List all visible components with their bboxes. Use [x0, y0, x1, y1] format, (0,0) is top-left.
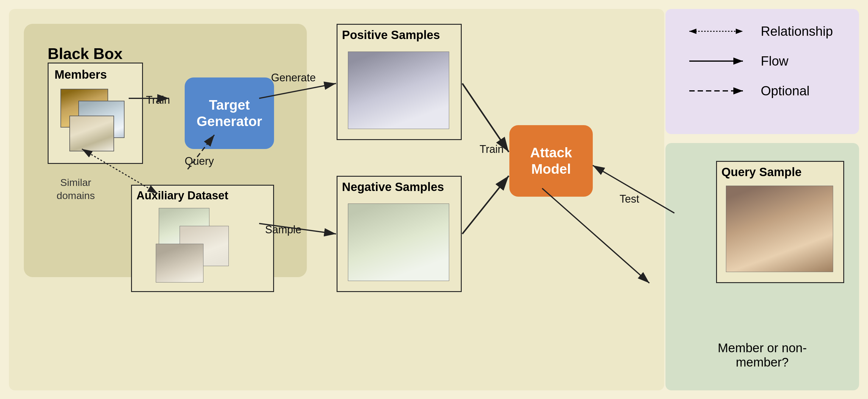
- legend-area: Relationship Flow Optional: [665, 9, 859, 134]
- query-bedroom-image: [726, 186, 833, 272]
- positive-samples-box: Positive Samples: [337, 24, 462, 140]
- positive-samples-label: Positive Samples: [342, 28, 440, 42]
- target-gen-label: Target Generator: [196, 97, 262, 130]
- positive-image: [348, 52, 449, 129]
- svg-line-9: [462, 84, 509, 152]
- black-box-region: Black Box Members Target Generator Auxil…: [24, 24, 307, 277]
- negative-image: [348, 204, 449, 281]
- legend-item-flow: Flow: [683, 54, 841, 68]
- svg-line-10: [462, 176, 509, 234]
- train-attack-arrow-label: Train: [479, 143, 504, 156]
- relationship-arrow-icon: [683, 25, 749, 37]
- attack-model-label: Attack Model: [530, 145, 572, 177]
- optional-arrow-icon: [683, 85, 749, 97]
- aux-dataset-label: Auxiliary Dataset: [136, 189, 228, 202]
- negative-samples-box: Negative Samples: [337, 176, 462, 292]
- attack-model: Attack Model: [509, 125, 593, 197]
- negative-samples-label: Negative Samples: [342, 180, 444, 194]
- member-image-3: [69, 116, 114, 151]
- relationship-legend-label: Relationship: [761, 24, 833, 39]
- members-images: [55, 83, 138, 157]
- query-sample-label: Query Sample: [721, 165, 802, 179]
- legend-item-relationship: Relationship: [683, 24, 841, 39]
- flow-legend-label: Flow: [761, 54, 788, 68]
- query-sample-box: Query Sample: [716, 161, 844, 283]
- flow-arrow-icon: [683, 55, 749, 67]
- query-arrow-label: Query: [185, 155, 214, 167]
- aux-image-3: [156, 244, 204, 282]
- black-box-label: Black Box: [48, 45, 122, 63]
- legend-item-optional: Optional: [683, 84, 841, 98]
- train-arrow-label: Train: [146, 94, 170, 106]
- members-label: Members: [55, 68, 107, 81]
- auxiliary-dataset-box: Auxiliary Dataset: [131, 185, 274, 292]
- similar-domains-label: Similardomains: [57, 176, 95, 202]
- generate-arrow-label: Generate: [271, 71, 316, 84]
- optional-legend-label: Optional: [761, 84, 810, 98]
- main-diagram-area: Black Box Members Target Generator Auxil…: [9, 9, 664, 390]
- target-generator: Target Generator: [185, 78, 274, 149]
- members-box: Members: [48, 63, 143, 164]
- sample-arrow-label: Sample: [265, 223, 302, 236]
- member-nonmember-label: Member or non-member?: [714, 341, 811, 369]
- query-sample-area: Query Sample Member or non-member?: [665, 143, 859, 390]
